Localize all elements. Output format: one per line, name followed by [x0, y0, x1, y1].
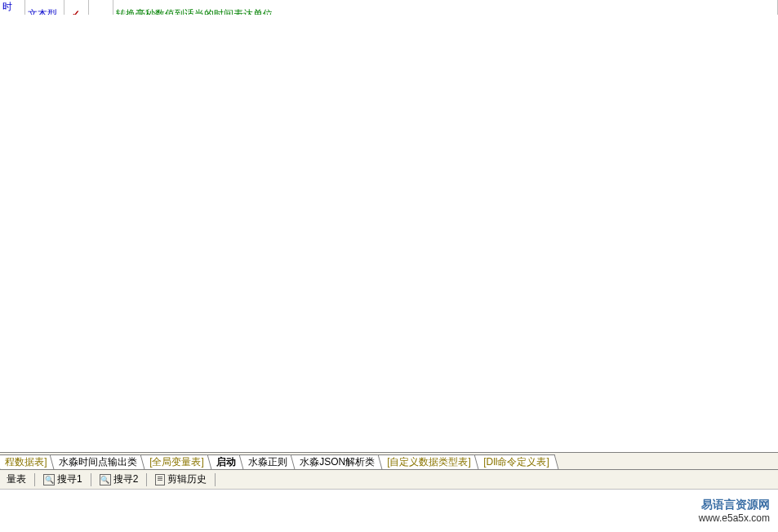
search-icon: 🔍 [43, 474, 55, 485]
watermark-title: 易语言资源网 [699, 498, 770, 512]
tab-time-output[interactable]: 水淼时间点输出类 [50, 454, 147, 469]
document-icon [155, 474, 165, 485]
watermark-url: www.e5a5x.com [699, 512, 770, 524]
tool-clip-history[interactable]: 剪辑历史 [151, 471, 211, 488]
tab-dll-commands[interactable]: [Dll命令定义表] [473, 454, 558, 469]
tab-regex[interactable]: 水淼正则 [239, 454, 297, 469]
watermark: 易语言资源网 www.e5a5x.com [699, 498, 770, 524]
tool-search1-label: 搜寻1 [57, 472, 82, 486]
separator [215, 473, 216, 486]
separator [146, 473, 147, 486]
tab-custom-types[interactable]: [自定义数据类型表] [378, 454, 480, 469]
tool-search2-label: 搜寻2 [113, 472, 139, 486]
editor-area[interactable] [0, 15, 778, 450]
tool-search1[interactable]: 🔍 搜寻1 [39, 471, 87, 488]
search-icon: 🔍 [100, 474, 111, 485]
separator [34, 473, 35, 486]
tool-search2[interactable]: 🔍 搜寻2 [96, 471, 143, 488]
bottom-area [0, 490, 778, 532]
tabs-bar: 程数据表] 水淼时间点输出类 [全局变量表] 启动 水淼正则 水淼JSON解析类… [0, 452, 778, 470]
tool-vars-label: 量表 [7, 472, 26, 486]
tab-json-parser[interactable]: 水淼JSON解析类 [291, 454, 385, 469]
tool-vars[interactable]: 量表 [2, 471, 30, 488]
tab-data-table[interactable]: 程数据表] [0, 454, 56, 469]
bottom-toolbar: 量表 🔍 搜寻1 🔍 搜寻2 剪辑历史 [0, 470, 778, 490]
tool-history-label: 剪辑历史 [167, 472, 207, 486]
separator [91, 473, 91, 486]
tab-global-vars[interactable]: [全局变量表] [140, 454, 213, 469]
